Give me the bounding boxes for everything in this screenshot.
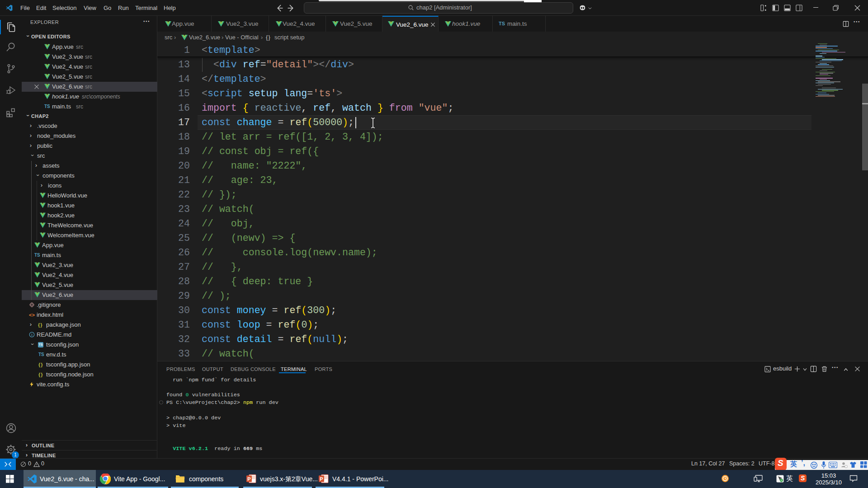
svg-text:P: P <box>247 476 250 482</box>
svg-text:P: P <box>320 476 323 482</box>
